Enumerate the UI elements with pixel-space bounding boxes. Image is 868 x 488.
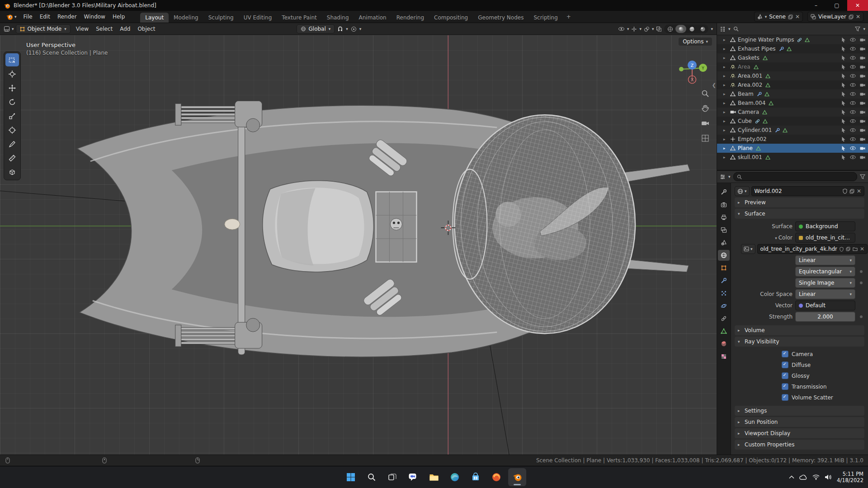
hide-eye-icon[interactable] bbox=[849, 65, 857, 69]
checkbox-icon[interactable] bbox=[782, 394, 788, 401]
hide-eye-icon[interactable] bbox=[849, 83, 857, 87]
properties-editor-icon[interactable] bbox=[720, 174, 726, 180]
workspace-tab[interactable]: Geometry Nodes bbox=[473, 13, 528, 23]
outliner-item[interactable]: ▸ Camera bbox=[717, 108, 868, 117]
outliner-item[interactable]: ▸ Area bbox=[717, 62, 868, 71]
blender-taskbar-button[interactable] bbox=[508, 468, 526, 486]
disclosure-triangle-icon[interactable]: ▸ bbox=[723, 83, 728, 87]
unlink-icon[interactable]: ✕ bbox=[857, 188, 861, 194]
wifi-icon[interactable] bbox=[812, 474, 820, 480]
disclosure-triangle-icon[interactable]: ▸ bbox=[723, 56, 728, 60]
menu-item[interactable]: Edit bbox=[36, 12, 54, 21]
copy-datablock-icon[interactable] bbox=[849, 189, 854, 194]
hide-eye-icon[interactable] bbox=[849, 92, 857, 96]
surface-panel-header[interactable]: ▾ Surface bbox=[735, 209, 864, 219]
search-icon[interactable] bbox=[733, 26, 739, 32]
menu-item[interactable]: Window bbox=[80, 12, 109, 21]
disclosure-triangle-icon[interactable]: ▸ bbox=[723, 47, 728, 51]
airboat-model[interactable] bbox=[77, 101, 690, 357]
tab-world[interactable] bbox=[718, 250, 730, 261]
outliner-item[interactable]: ▸ Empty.002 bbox=[717, 135, 868, 144]
viewlayer-selector[interactable]: ViewLayer ✕ bbox=[807, 12, 863, 22]
ray-visibility-option[interactable]: Glossy bbox=[782, 371, 864, 380]
rotate-tool[interactable] bbox=[5, 95, 19, 108]
selectable-pointer-icon[interactable] bbox=[840, 127, 847, 133]
visibility-eye-icon[interactable] bbox=[618, 26, 625, 32]
selectable-pointer-icon[interactable] bbox=[840, 73, 847, 79]
snap-magnet-icon[interactable] bbox=[337, 26, 343, 32]
outliner-item[interactable]: ▸ Beam bbox=[717, 89, 868, 99]
new-scene-icon[interactable] bbox=[788, 14, 793, 19]
ray-visibility-panel-header[interactable]: ▾ Ray Visibility bbox=[735, 337, 864, 347]
options-dropdown[interactable]: Options ▾ bbox=[679, 38, 712, 46]
outliner-item[interactable]: ▸ Engine Water Pumps bbox=[717, 35, 868, 44]
outliner-item[interactable]: ▸ skull.001 bbox=[717, 153, 868, 162]
animate-dot[interactable] bbox=[860, 270, 863, 273]
selectable-pointer-icon[interactable] bbox=[840, 155, 847, 160]
volume-icon[interactable] bbox=[825, 474, 832, 480]
viewport-menu-item[interactable]: View bbox=[72, 24, 92, 33]
workspace-tab[interactable]: Scripting bbox=[528, 13, 562, 23]
tab-texture[interactable] bbox=[718, 351, 730, 362]
xray-toggle-icon[interactable] bbox=[656, 26, 662, 32]
disclosure-triangle-icon[interactable]: ▸ bbox=[723, 137, 728, 141]
panel-header[interactable]: ▸ Settings bbox=[735, 406, 864, 416]
animate-dot[interactable] bbox=[860, 282, 863, 284]
properties-search-input[interactable] bbox=[733, 172, 857, 181]
menu-item[interactable]: Render bbox=[54, 12, 80, 21]
task-view-button[interactable] bbox=[383, 468, 401, 486]
disclosure-triangle-icon[interactable]: ▸ bbox=[723, 74, 728, 78]
outliner-item[interactable]: ▸ Area.002 bbox=[717, 80, 868, 89]
vector-button[interactable]: Default bbox=[795, 300, 855, 310]
selectable-pointer-icon[interactable] bbox=[840, 55, 847, 61]
unlink-scene-icon[interactable]: ✕ bbox=[795, 14, 800, 20]
overlays-icon[interactable] bbox=[644, 26, 650, 32]
selectable-pointer-icon[interactable] bbox=[840, 109, 847, 115]
disable-render-icon[interactable] bbox=[859, 155, 866, 160]
workspace-tab[interactable]: Animation bbox=[354, 13, 392, 23]
disclosure-triangle-icon[interactable]: ▸ bbox=[723, 92, 728, 96]
outliner-item[interactable]: ▸ Cube bbox=[717, 117, 868, 126]
workspace-tab[interactable]: Compositing bbox=[429, 13, 473, 23]
tab-scene[interactable] bbox=[718, 237, 730, 248]
hide-eye-icon[interactable] bbox=[849, 110, 857, 114]
outliner-item[interactable]: ▸ Gaskets bbox=[717, 53, 868, 62]
projection-dropdown[interactable]: Equirectangular ▾ bbox=[795, 267, 855, 277]
selectable-pointer-icon[interactable] bbox=[840, 136, 847, 142]
disclosure-triangle-icon[interactable]: ▸ bbox=[723, 65, 728, 69]
transform-tool[interactable] bbox=[5, 123, 19, 136]
select-box-tool[interactable] bbox=[5, 53, 19, 66]
tab-particles[interactable] bbox=[718, 288, 730, 299]
cursor-tool[interactable] bbox=[5, 67, 19, 80]
preview-panel-header[interactable]: ▸ Preview bbox=[735, 197, 864, 207]
tab-physics[interactable] bbox=[718, 300, 730, 311]
mode-dropdown[interactable]: Object Mode ▾ bbox=[16, 24, 71, 33]
remove-viewlayer-icon[interactable]: ✕ bbox=[856, 14, 860, 20]
search-button[interactable] bbox=[363, 468, 381, 486]
viewport-scene[interactable] bbox=[0, 35, 717, 455]
tab-constraints[interactable] bbox=[718, 313, 730, 324]
blender-menu-button[interactable]: ▾ bbox=[3, 13, 20, 20]
proportional-editing-icon[interactable] bbox=[351, 26, 357, 32]
ray-visibility-option[interactable]: Transmission bbox=[782, 382, 864, 391]
pan-hand-icon[interactable] bbox=[700, 103, 710, 113]
ray-visibility-option[interactable]: Diffuse bbox=[782, 360, 864, 370]
clock[interactable]: 5:11 PM 4/18/2022 bbox=[837, 471, 863, 483]
hide-eye-icon[interactable] bbox=[849, 101, 857, 105]
selectable-pointer-icon[interactable] bbox=[840, 46, 847, 52]
workspace-tab[interactable]: Sculpting bbox=[203, 13, 239, 23]
disclosure-triangle-icon[interactable]: ▸ bbox=[723, 101, 728, 105]
checkbox-icon[interactable] bbox=[782, 361, 788, 368]
ray-visibility-option[interactable]: Volume Scatter bbox=[782, 393, 864, 402]
outliner-item[interactable]: ▸ Cylinder.001 bbox=[717, 126, 868, 135]
hide-eye-icon[interactable] bbox=[849, 74, 857, 78]
viewport-3d[interactable]: User Perspective (116) Scene Collection … bbox=[0, 35, 717, 455]
checkbox-icon[interactable] bbox=[782, 351, 788, 357]
store-button[interactable] bbox=[467, 468, 485, 486]
tab-tool[interactable] bbox=[718, 187, 730, 197]
world-name-field[interactable]: World.002 ✕ bbox=[751, 186, 864, 196]
hide-eye-icon[interactable] bbox=[849, 119, 857, 123]
disclosure-triangle-icon[interactable]: ▸ bbox=[723, 110, 728, 114]
volume-panel-header[interactable]: ▸ Volume bbox=[735, 325, 864, 335]
outliner-item[interactable]: ▸ Plane bbox=[717, 144, 868, 153]
